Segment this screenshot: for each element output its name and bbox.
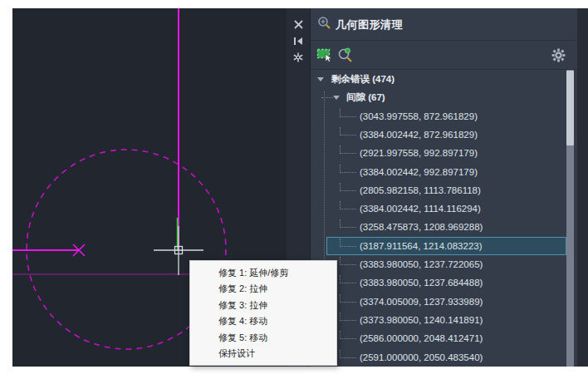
tree-item[interactable]: (3373.980050, 1240.141891) xyxy=(311,311,588,329)
coordinate-label: (3383.980050, 1237.722065) xyxy=(360,259,483,269)
tree-item[interactable]: (3258.475873, 1208.969288) xyxy=(311,218,588,236)
tree-item[interactable]: (3384.002442, 872.961829) xyxy=(311,126,588,144)
tree-item[interactable]: (3383.980050, 1237.722065) xyxy=(311,255,588,273)
tree-item[interactable]: (3043.997558, 872.961829) xyxy=(311,107,588,126)
tree-connector xyxy=(340,239,356,247)
tree-connector xyxy=(321,97,333,98)
tree-item[interactable]: (2921.997558, 992.897179) xyxy=(311,144,588,162)
coordinate-label: (3384.002442, 872.961829) xyxy=(360,130,478,140)
tree-connector xyxy=(340,275,356,283)
settings-icon[interactable] xyxy=(290,49,306,66)
tree-item[interactable]: (3383.980050, 1237.684488) xyxy=(311,273,588,292)
menu-item[interactable]: 修复 5: 移动 xyxy=(190,330,336,346)
coordinate-label: (3373.980050, 1240.141891) xyxy=(360,315,483,325)
tree-item[interactable]: (3384.002442, 1114.116294) xyxy=(311,199,588,218)
repair-context-menu: 修复 1: 延伸/修剪修复 2: 拉伸修复 3: 拉伸修复 4: 移动修复 5:… xyxy=(189,260,337,366)
error-tree: 剩余错误 (474)间隙 (67)(3043.997558, 872.96182… xyxy=(311,70,588,367)
palette-toolbar xyxy=(311,41,588,70)
tree-connector xyxy=(340,201,356,209)
menu-item[interactable]: 修复 2: 拉伸 xyxy=(190,281,336,297)
tree-connector xyxy=(340,350,356,358)
tree-connector xyxy=(340,165,356,173)
coordinate-label: (2805.982158, 1113.786118) xyxy=(360,185,481,195)
tree-connector xyxy=(340,109,356,117)
tree-connector xyxy=(340,294,356,303)
coordinate-label: (3384.002442, 992.897179) xyxy=(360,167,478,177)
panel-right-edge xyxy=(577,8,588,367)
gear-icon[interactable] xyxy=(550,47,566,63)
coordinate-label: (3384.002442, 1114.116294) xyxy=(360,204,481,214)
marquee-select-icon[interactable] xyxy=(316,47,333,63)
tree-item[interactable]: (2805.982158, 1113.786118) xyxy=(311,181,588,199)
expander-icon[interactable] xyxy=(317,77,324,81)
scrollbar-thumb[interactable] xyxy=(566,71,574,145)
tree-item[interactable]: (2591.000000, 2050.483540) xyxy=(311,348,588,367)
tree-item[interactable]: (3187.911564, 1214.083223) xyxy=(311,237,588,255)
coordinate-label: (3383.980050, 1237.684488) xyxy=(360,278,483,288)
palette-header: 几何图形清理 xyxy=(311,8,588,41)
tree-item[interactable]: (3374.005009, 1237.933989) xyxy=(311,293,588,311)
tree-connector xyxy=(340,127,356,135)
tree-connector xyxy=(340,219,356,228)
menu-item[interactable]: 修复 3: 拉伸 xyxy=(190,298,336,313)
palette-title: 几何图形清理 xyxy=(336,17,403,32)
cleanup-palette: 几何图形清理 xyxy=(311,8,588,367)
close-icon[interactable] xyxy=(290,16,306,32)
coordinate-label: (3258.475873, 1208.969288) xyxy=(360,222,483,232)
tree-connector xyxy=(340,257,356,265)
tree-node-label: 间隙 (67) xyxy=(346,91,385,104)
tree-connector xyxy=(340,331,356,339)
tree-item[interactable]: (2586.000000, 2048.412471) xyxy=(311,329,588,347)
zoom-to-error-icon[interactable] xyxy=(336,47,353,63)
tree-node-remaining-errors[interactable]: 剩余错误 (474) xyxy=(311,70,588,88)
coordinate-label: (3043.997558, 872.961829) xyxy=(360,111,478,121)
tree-connector xyxy=(340,313,356,321)
tree-connector xyxy=(340,183,356,191)
coordinate-label: (2586.000000, 2048.412471) xyxy=(360,333,483,343)
coordinate-label: (2591.000000, 2050.483540) xyxy=(360,352,483,362)
menu-item[interactable]: 修复 4: 移动 xyxy=(190,313,336,329)
tree-scrollbar[interactable] xyxy=(566,70,574,367)
tree-connector xyxy=(340,145,356,154)
app-window: 几何图形清理 xyxy=(0,0,588,384)
tree-node-gaps[interactable]: 间隙 (67) xyxy=(311,88,588,106)
tree-node-label: 剩余错误 (474) xyxy=(331,73,394,86)
expander-icon[interactable] xyxy=(333,96,340,100)
menu-item[interactable]: 修复 1: 延伸/修剪 xyxy=(190,265,336,281)
auto-hide-icon[interactable] xyxy=(290,32,306,49)
coordinate-label: (3187.911564, 1214.083223) xyxy=(360,241,483,251)
coordinate-label: (2921.997558, 992.897179) xyxy=(360,148,478,158)
magnifier-icon xyxy=(317,16,331,33)
coordinate-label: (3374.005009, 1237.933989) xyxy=(360,297,483,307)
tree-item[interactable]: (3384.002442, 992.897179) xyxy=(311,163,588,181)
menu-item[interactable]: 保持设计 xyxy=(190,346,336,362)
